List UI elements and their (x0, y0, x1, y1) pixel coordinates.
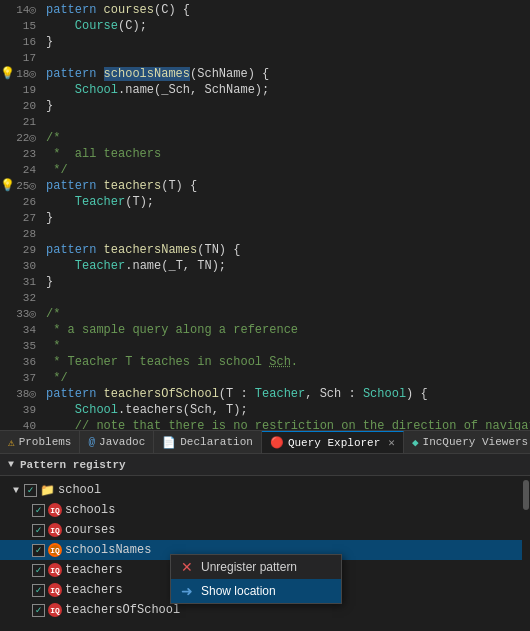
scrollbar-thumb[interactable] (523, 480, 529, 510)
code-line-16: 16 } (0, 34, 530, 50)
code-line-19: 19 School.name(_Sch, SchName); (0, 82, 530, 98)
tab-javadoc[interactable]: @ Javadoc (80, 431, 154, 453)
tree-label-teachersNames: teachers (65, 583, 123, 597)
iq-icon-courses: IQ (48, 523, 62, 537)
code-line-31: 31 } (0, 274, 530, 290)
tab-problems[interactable]: ⚠ Problems (0, 431, 80, 453)
checkbox-teachersOfSchool[interactable] (32, 604, 45, 617)
code-line-24: 24 */ (0, 162, 530, 178)
code-line-18: 💡 18◎ pattern schoolsNames(SchName) { (0, 66, 530, 82)
panel-title: Pattern registry (20, 459, 126, 471)
tree-label-school: school (58, 483, 101, 497)
code-line-17: 17 (0, 50, 530, 66)
lightbulb-icon-25: 💡 (0, 179, 14, 193)
code-line-23: 23 * all teachers (0, 146, 530, 162)
tabs-bar: ⚠ Problems @ Javadoc 📄 Declaration 🔴 Que… (0, 430, 530, 454)
checkbox-schoolsNames[interactable] (32, 544, 45, 557)
tree-item-courses[interactable]: IQ courses (0, 520, 530, 540)
context-menu: ✕ Unregister pattern ➜ Show location (170, 554, 342, 604)
tree-item-school[interactable]: ▼ 📁 school (0, 480, 530, 500)
context-menu-unregister[interactable]: ✕ Unregister pattern (171, 555, 341, 579)
iq-icon-schools: IQ (48, 503, 62, 517)
iq-icon-teachersNames: IQ (48, 583, 62, 597)
code-line-21: 21 (0, 114, 530, 130)
code-lines: 14◎ pattern courses(C) { 15 Course(C); 1… (0, 0, 530, 430)
code-line-26: 26 Teacher(T); (0, 194, 530, 210)
code-line-28: 28 (0, 226, 530, 242)
warning-icon: ⚠ (8, 436, 15, 449)
tab-declaration[interactable]: 📄 Declaration (154, 431, 262, 453)
checkbox-teachersNames[interactable] (32, 584, 45, 597)
context-menu-show-location[interactable]: ➜ Show location (171, 579, 341, 603)
tree-label-teachersOfSchool: teachersOfSchool (65, 603, 180, 617)
tree-label-teachers: teachers (65, 563, 123, 577)
code-editor[interactable]: 14◎ pattern courses(C) { 15 Course(C); 1… (0, 0, 530, 430)
declaration-icon: 📄 (162, 436, 176, 449)
panel-header: ▼ Pattern registry (0, 454, 530, 476)
x-icon: ✕ (179, 559, 195, 575)
code-line-14: 14◎ pattern courses(C) { (0, 2, 530, 18)
code-line-34: 34 * a sample query along a reference (0, 322, 530, 338)
tree-label-courses: courses (65, 523, 115, 537)
tab-incquery-sandbox[interactable]: ◆ IncQuery Viewers Sandbo (404, 431, 530, 453)
context-menu-show-location-label: Show location (201, 584, 276, 598)
code-line-25: 💡 25◎ pattern teachers(T) { (0, 178, 530, 194)
collapse-icon[interactable]: ▼ (8, 485, 24, 496)
tab-query-explorer[interactable]: 🔴 Query Explorer ✕ (262, 431, 404, 453)
checkbox-school[interactable] (24, 484, 37, 497)
checkbox-courses[interactable] (32, 524, 45, 537)
book-icon: @ (88, 436, 95, 448)
code-line-32: 32 (0, 290, 530, 306)
tree-label-schoolsNames: schoolsNames (65, 543, 151, 557)
scrollbar-y[interactable] (522, 476, 530, 631)
code-line-33: 33◎ /* (0, 306, 530, 322)
checkbox-schools[interactable] (32, 504, 45, 517)
arrow-icon: ➜ (179, 583, 195, 599)
code-line-36: 36 * Teacher T teaches in school Sch. (0, 354, 530, 370)
checkbox-teachers[interactable] (32, 564, 45, 577)
code-line-38: 38◎ pattern teachersOfSchool(T : Teacher… (0, 386, 530, 402)
close-icon[interactable]: ✕ (388, 436, 395, 449)
code-line-30: 30 Teacher.name(_T, TN); (0, 258, 530, 274)
iq-icon-schoolsNames: IQ (48, 543, 62, 557)
code-line-35: 35 * (0, 338, 530, 354)
folder-icon: 📁 (40, 483, 55, 498)
tree-label-schools: schools (65, 503, 115, 517)
iq-icon-teachersOfSchool: IQ (48, 603, 62, 617)
code-line-27: 27 } (0, 210, 530, 226)
code-line-37: 37 */ (0, 370, 530, 386)
code-line-29: 29 pattern teachersNames(TN) { (0, 242, 530, 258)
query-icon: 🔴 (270, 436, 284, 449)
bottom-panel: ▼ Pattern registry ▼ 📁 school IQ schools… (0, 454, 530, 631)
expand-icon: ▼ (8, 459, 14, 470)
sandbox-icon: ◆ (412, 436, 419, 449)
tree-item-schools[interactable]: IQ schools (0, 500, 530, 520)
code-line-15: 15 Course(C); (0, 18, 530, 34)
lightbulb-icon: 💡 (0, 67, 14, 81)
code-line-40: 40 // note that there is no restriction … (0, 418, 530, 430)
iq-icon-teachers: IQ (48, 563, 62, 577)
code-line-22: 22◎ /* (0, 130, 530, 146)
code-line-39: 39 School.teachers(Sch, T); (0, 402, 530, 418)
code-line-20: 20 } (0, 98, 530, 114)
context-menu-unregister-label: Unregister pattern (201, 560, 297, 574)
